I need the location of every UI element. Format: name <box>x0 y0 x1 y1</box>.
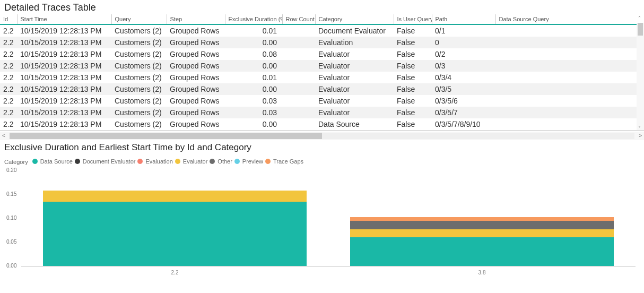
table-cell: Customers (2) <box>111 24 167 37</box>
table-cell <box>282 95 315 107</box>
legend-swatch-icon <box>137 159 143 164</box>
table-row[interactable]: 2.210/15/2019 12:28:13 PMCustomers (2)Gr… <box>0 60 644 72</box>
table-header-row: IdStart TimeQueryStepExclusive Duration … <box>0 14 644 24</box>
table-row[interactable]: 2.210/15/2019 12:28:13 PMCustomers (2)Gr… <box>0 37 644 48</box>
scroll-up-icon[interactable]: ˄ <box>638 15 641 21</box>
table-cell: False <box>394 37 432 48</box>
traces-table: IdStart TimeQueryStepExclusive Duration … <box>0 14 644 130</box>
table-row[interactable]: 2.210/15/2019 12:28:13 PMCustomers (2)Gr… <box>0 95 644 107</box>
column-header[interactable]: Id <box>0 14 17 24</box>
horizontal-scrollbar[interactable]: < > <box>0 132 644 140</box>
column-header[interactable]: Step <box>167 14 225 24</box>
scroll-left-icon[interactable]: < <box>2 133 5 139</box>
table-cell <box>495 83 644 95</box>
table-cell: 2.2 <box>0 60 17 72</box>
table-row[interactable]: 2.210/15/2019 12:28:13 PMCustomers (2)Gr… <box>0 118 644 130</box>
table-cell: 2.2 <box>0 24 17 37</box>
table-cell <box>495 24 644 37</box>
chart-section: Exclusive Duration and Earliest Start Ti… <box>0 140 644 281</box>
table-cell: Customers (2) <box>111 83 167 95</box>
table-title: Detailed Traces Table <box>0 0 644 14</box>
table-cell: Grouped Rows <box>167 83 225 95</box>
table-cell <box>282 83 315 95</box>
scroll-right-icon[interactable]: > <box>639 133 642 139</box>
column-header[interactable]: Data Source Query <box>495 14 644 24</box>
table-row[interactable]: 2.210/15/2019 12:28:13 PMCustomers (2)Gr… <box>0 72 644 83</box>
table-row[interactable]: 2.210/15/2019 12:28:13 PMCustomers (2)Gr… <box>0 24 644 37</box>
table-cell: 0.03 <box>225 95 282 107</box>
legend-text: Evaluation <box>145 158 172 165</box>
vertical-scroll-thumb[interactable] <box>638 23 643 36</box>
table-cell: 10/15/2019 12:28:13 PM <box>17 95 111 107</box>
table-cell: Customers (2) <box>111 118 167 130</box>
table-cell: 0 <box>432 37 495 48</box>
table-cell: 0/2 <box>432 48 495 60</box>
table-cell: Customers (2) <box>111 48 167 60</box>
column-header[interactable]: Path <box>432 14 495 24</box>
table-row[interactable]: 2.210/15/2019 12:28:13 PMCustomers (2)Gr… <box>0 83 644 95</box>
table-cell <box>495 107 644 118</box>
column-header[interactable]: Is User Query <box>394 14 432 24</box>
bar-slot: 2.2 <box>21 170 328 266</box>
table-cell: Grouped Rows <box>167 107 225 118</box>
y-tick-label: 0.00 <box>6 263 16 269</box>
table-row[interactable]: 2.210/15/2019 12:28:13 PMCustomers (2)Gr… <box>0 107 644 118</box>
table-cell: 0.00 <box>225 83 282 95</box>
column-header[interactable]: Row Count <box>282 14 315 24</box>
table-cell: 0.00 <box>225 37 282 48</box>
table-cell: 2.2 <box>0 83 17 95</box>
table-cell: Evaluator <box>315 60 394 72</box>
table-cell <box>495 118 644 130</box>
bar-segment[interactable] <box>43 202 307 266</box>
table-cell: 0/3/5 <box>432 83 495 95</box>
bar-segment[interactable] <box>350 237 614 266</box>
table-cell: 10/15/2019 12:28:13 PM <box>17 118 111 130</box>
bar-segment[interactable] <box>43 191 307 202</box>
legend-text: Other <box>217 158 232 165</box>
legend-item[interactable]: Trace Gaps <box>265 158 303 165</box>
table-cell: 0.01 <box>225 24 282 37</box>
column-header[interactable]: Category <box>315 14 394 24</box>
stacked-bar[interactable] <box>43 191 307 266</box>
table-row[interactable]: 2.210/15/2019 12:28:13 PMCustomers (2)Gr… <box>0 48 644 60</box>
table-cell <box>282 37 315 48</box>
legend-item[interactable]: Data Source <box>32 158 73 165</box>
horizontal-scroll-thumb[interactable] <box>10 133 322 139</box>
column-header[interactable]: Start Time <box>17 14 111 24</box>
table-cell: Grouped Rows <box>167 95 225 107</box>
legend-text: Evaluator <box>183 158 207 165</box>
horizontal-scroll-track[interactable] <box>10 133 634 139</box>
y-tick-label: 0.15 <box>6 191 16 197</box>
legend-text: Data Source <box>40 158 73 165</box>
legend-swatch-icon <box>32 159 38 164</box>
table-cell: Grouped Rows <box>167 72 225 83</box>
table-cell: 0/3/5/7 <box>432 107 495 118</box>
legend-item[interactable]: Other <box>210 158 232 165</box>
table-cell: Document Evaluator <box>315 24 394 37</box>
stacked-bar[interactable] <box>350 217 614 266</box>
table-cell: 2.2 <box>0 118 17 130</box>
legend-swatch-icon <box>175 159 180 164</box>
table-cell: False <box>394 107 432 118</box>
vertical-scrollbar[interactable]: ˄ ˅ <box>637 23 644 130</box>
legend-item[interactable]: Evaluator <box>175 158 207 165</box>
table-cell: 0/3 <box>432 60 495 72</box>
bar-segment[interactable] <box>350 229 614 237</box>
legend-swatch-icon <box>234 159 240 164</box>
table-cell <box>282 72 315 83</box>
table-cell: 2.2 <box>0 72 17 83</box>
column-header[interactable]: Exclusive Duration (%) <box>225 14 282 24</box>
table-cell: 10/15/2019 12:28:13 PM <box>17 60 111 72</box>
table-cell: Grouped Rows <box>167 60 225 72</box>
legend-item[interactable]: Evaluation <box>137 158 172 165</box>
table-cell: Evaluator <box>315 83 394 95</box>
legend-item[interactable]: Preview <box>234 158 263 165</box>
column-header[interactable]: Query <box>111 14 167 24</box>
legend-text: Preview <box>242 158 263 165</box>
chart-area: 0.000.050.100.150.20 2.23.8 <box>6 170 640 277</box>
bar-segment[interactable] <box>350 221 614 229</box>
scroll-down-icon[interactable]: ˅ <box>638 125 641 131</box>
table-cell: 10/15/2019 12:28:13 PM <box>17 37 111 48</box>
legend-item[interactable]: Document Evaluator <box>75 158 136 165</box>
legend-text: Document Evaluator <box>83 158 136 165</box>
